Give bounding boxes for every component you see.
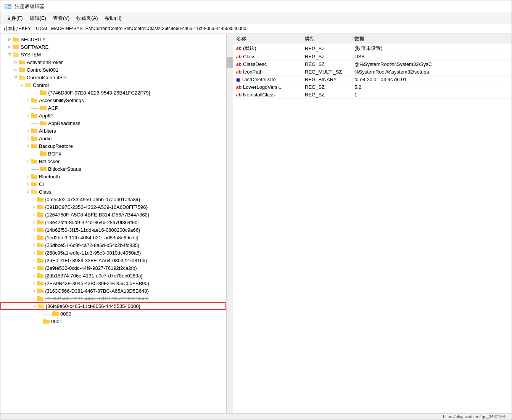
expand-icon-class13[interactable]: ▷ <box>31 288 37 294</box>
tree-item-system[interactable]: ▽ SYSTEM <box>0 51 226 58</box>
tree-item-class[interactable]: ▽ Class <box>0 188 226 196</box>
expand-icon-bitlocker[interactable]: ▷ <box>25 158 31 164</box>
cell-type: REG_BINARY <box>302 76 351 83</box>
tree-item-class04[interactable]: ▷ {13e42dfa-85d9-424d-8646-28a70f864f9c} <box>0 218 226 226</box>
tree-item-class02[interactable]: ▷ {091BC97E-2352-4362-A539-10A6D8FF7596} <box>0 203 226 211</box>
tree-item-class13[interactable]: ▷ {3163C566-D381-4467-87BC-A65A18D5B648} <box>0 287 226 295</box>
expand-icon-activationbroker[interactable]: ▷ <box>13 59 19 65</box>
expand-icon-class15sub2[interactable] <box>37 318 43 324</box>
menu-help[interactable]: 帮助(H) <box>102 14 125 23</box>
expand-icon-controlset001[interactable]: ▷ <box>13 67 19 73</box>
cell-type: REG_SZ <box>302 44 351 53</box>
tree-item-class01[interactable]: ▷ {05f5cfe2-4733-4950-a6bb-07aad01a3a84} <box>0 196 226 203</box>
table-row[interactable]: abIconPathREG_MULTI_SZ%SystemRoot%\syste… <box>233 68 512 76</box>
table-row[interactable]: abNoInstallClassREG_SZ1 <box>233 91 512 99</box>
tree-item-backuprestore[interactable]: ▷ BackupRestore <box>0 142 226 150</box>
col-header-data[interactable]: 数据 <box>351 34 512 44</box>
expand-icon-class15sub1[interactable] <box>37 311 43 317</box>
tree-item-class15sub2[interactable]: 0001 <box>0 317 226 325</box>
table-row[interactable]: ab(默认)REG_SZ(数值未设置) <box>233 44 512 53</box>
tree-item-class11[interactable]: ▷ {2db15374-706e-4131-a0c7-d7c78eb0289a} <box>0 272 226 279</box>
tree-item-class08[interactable]: ▷ {268c95a1-edfe-11d3-95c3-0010dc4050a5} <box>0 249 226 256</box>
expand-icon-bgfx[interactable] <box>25 151 31 157</box>
tree-item-accessibilitysettings[interactable]: ▷ AccessibilitySettings <box>0 96 226 104</box>
tree-item-class15sub1[interactable]: —— 0000 <box>0 310 226 317</box>
expand-icon-software[interactable]: ▷ <box>6 44 13 50</box>
tree-item-appreadiness[interactable]: —— AppReadiness <box>0 119 226 127</box>
menu-view[interactable]: 查看(V) <box>50 14 72 23</box>
table-row[interactable]: abLowerLogoVersi...REG_SZ5.2 <box>233 83 512 91</box>
expand-icon-backuprestore[interactable]: ▷ <box>25 143 31 149</box>
tree-item-bitlocker[interactable]: ▷ BitLocker <box>0 157 226 165</box>
expand-icon-class06[interactable]: ▷ <box>31 234 37 240</box>
expand-icon-class02[interactable]: ▷ <box>31 204 37 210</box>
expand-icon-class05[interactable]: ▷ <box>31 227 37 233</box>
expand-icon-class[interactable]: ▽ <box>25 189 31 195</box>
expand-icon-class04[interactable]: ▷ <box>31 219 37 225</box>
table-row[interactable]: abClassREG_SZUSB <box>233 53 512 61</box>
tree-item-bitlockerstatus[interactable]: —— BitlockerStatus <box>0 165 226 173</box>
tree-item-7746d80f[interactable]: —— {7746D80F-97E0-4E26-9543-26B41FC22F79… <box>0 89 226 96</box>
table-row[interactable]: ▣LastDeleteDateREG_BINARYfd e4 20 a1 a4 … <box>233 76 512 83</box>
svg-rect-8 <box>13 45 15 46</box>
tree-item-controlset001[interactable]: ▷ ControlSet001 <box>0 66 226 74</box>
expand-icon-arbiters[interactable]: ▷ <box>25 128 31 134</box>
tree-item-class07[interactable]: ▷ {25dbce51-6c8f-4a72-8a6d-b54c2b4fc835} <box>0 241 226 249</box>
tree-item-appid[interactable]: ▷ AppID <box>0 112 226 119</box>
expand-icon-security[interactable]: ▷ <box>6 36 13 42</box>
expand-icon-audio[interactable]: ▷ <box>25 135 31 141</box>
expand-icon-system[interactable]: ▽ <box>6 51 13 58</box>
expand-icon-currentcontrolset[interactable]: ▽ <box>13 74 19 80</box>
menu-edit[interactable]: 编辑(E) <box>27 14 49 23</box>
expand-icon-class15[interactable]: ▽ <box>32 303 38 309</box>
expand-icon-ci[interactable]: ▷ <box>25 181 31 187</box>
cell-data: @%SystemRoot%\System32\SysC <box>351 61 512 68</box>
tree-item-bluetooth[interactable]: ▷ Bluetooth <box>0 173 226 180</box>
tree-item-acpi[interactable]: —— ACPI <box>0 104 226 112</box>
col-header-name[interactable]: 名称 <box>233 34 302 44</box>
expand-icon-accessibilitysettings[interactable]: ▷ <box>25 97 31 103</box>
tree-item-bgfx[interactable]: —— BGFX <box>0 150 226 157</box>
expand-icon-class14[interactable]: ▷ <box>31 295 37 301</box>
expand-icon-7746d80f[interactable] <box>25 90 31 96</box>
tree-item-class10[interactable]: ▷ {2a9fe532-0cdc-44f9-9827-76192f2ca2fb} <box>0 264 226 272</box>
expand-icon-control[interactable]: ▽ <box>19 82 25 88</box>
svg-rect-2 <box>5 6 11 7</box>
tree-item-class03[interactable]: ▷ {1264760F-A5C8-4BFE-B314-D56A7B44A362} <box>0 211 226 218</box>
tree-item-software[interactable]: ▷ SOFTWARE <box>0 43 226 51</box>
tree-pane[interactable]: ▷ SECURITY ▷ SOFTWARE ▽ <box>0 34 233 413</box>
tree-item-security[interactable]: ▷ SECURITY <box>0 35 226 43</box>
table-row[interactable]: abClassDescREG_SZ@%SystemRoot%\System32\… <box>233 61 512 68</box>
expand-icon-appreadiness[interactable] <box>25 120 31 126</box>
expand-icon-bitlockerstatus[interactable] <box>25 166 31 172</box>
svg-rect-64 <box>37 258 40 260</box>
expand-icon-bluetooth[interactable]: ▷ <box>25 173 31 180</box>
tree-item-activationbroker[interactable]: ▷ ActivationBroker <box>0 58 226 66</box>
tree-label-ci: CI <box>39 181 44 187</box>
tree-item-ci[interactable]: ▷ CI <box>0 180 226 188</box>
svg-rect-28 <box>40 121 43 122</box>
expand-icon-class03[interactable]: ▷ <box>31 212 37 218</box>
expand-icon-class12[interactable]: ▷ <box>31 280 37 286</box>
expand-icon-class11[interactable]: ▷ <box>31 273 37 279</box>
tree-item-class05[interactable]: ▷ {14b62f50-3f15-11dd-ae16-0800200c9a66} <box>0 226 226 234</box>
menu-favorites[interactable]: 收藏夹(A) <box>73 14 101 23</box>
tree-item-audio[interactable]: ▷ Audio <box>0 135 226 142</box>
tree-item-class06[interactable]: ▷ {1ed2bbf9-11f0-4084-b21f-ad83a8e6dcdc} <box>0 234 226 241</box>
tree-item-currentcontrolset[interactable]: ▽ CurrentControlSet <box>0 74 226 81</box>
expand-icon-appid[interactable]: ▷ <box>25 112 31 119</box>
expand-icon-class10[interactable]: ▷ <box>31 265 37 271</box>
tree-item-class12[interactable]: ▷ {2EA9B43F-3045-43B5-80F2-FD06C55FBB90} <box>0 279 226 287</box>
tree-item-class09[interactable]: ▷ {26E0D1E0-8989-33FE-AA64-080322708166} <box>0 256 226 264</box>
menu-file[interactable]: 文件(F) <box>3 14 26 23</box>
tree-item-class15[interactable]: ▽ {36fc9e60-c465-11cf-8056-444553540000} <box>0 302 226 310</box>
tree-item-control[interactable]: ▽ Control <box>0 81 226 89</box>
expand-icon-class01[interactable]: ▷ <box>31 196 37 202</box>
expand-icon-acpi[interactable] <box>25 105 31 111</box>
tree-item-arbiters[interactable]: ▷ Arbiters <box>0 127 226 135</box>
expand-icon-class09[interactable]: ▷ <box>31 257 37 263</box>
expand-icon-class07[interactable]: ▷ <box>31 242 37 248</box>
tree-item-class14[interactable]: ▷ {3163C566-D381-4467-87BC-A65A18D5B649} <box>0 295 226 302</box>
col-header-type[interactable]: 类型 <box>302 34 351 44</box>
expand-icon-class08[interactable]: ▷ <box>31 250 37 256</box>
